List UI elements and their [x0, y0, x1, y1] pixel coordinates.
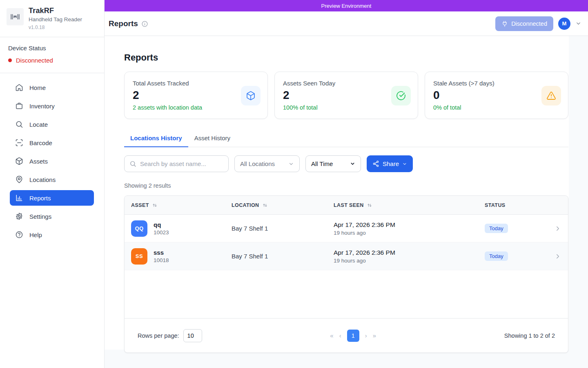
asset-name: qq [154, 221, 169, 228]
device-status-label: Device Status [8, 45, 96, 52]
history-tabs: Locations History Asset History [124, 132, 568, 147]
column-header-location[interactable]: LOCATION [232, 202, 334, 208]
next-page-button[interactable]: › [365, 332, 367, 339]
pagination-summary: Showing 1 to 2 of 2 [504, 332, 555, 339]
asset-avatar: SS [131, 248, 147, 265]
results-table: ASSET LOCATION LAST SEEN STATUS [124, 195, 568, 353]
time-filter-value: All Time [311, 160, 333, 167]
card-total-assets: Total Assets Tracked 2 2 assets with loc… [124, 72, 268, 119]
table-row[interactable]: QQ qq 10023 Bay 7 Shelf 1 Apr 17, 2026 2… [125, 215, 568, 242]
header-title: Reports [109, 19, 138, 28]
sidebar-item-label: Barcode [29, 139, 52, 146]
sidebar-item-label: Inventory [29, 103, 55, 110]
share-icon [372, 160, 379, 167]
card-stale-assets: Stale Assets (>7 days) 0 0% of total [425, 72, 568, 119]
table-row[interactable]: SS sss 10018 Bay 7 Shelf 1 Apr 17, 2026 … [125, 242, 568, 270]
user-avatar[interactable]: M [558, 18, 570, 30]
home-icon [15, 83, 23, 92]
location-filter-dropdown[interactable]: All Locations [234, 155, 300, 172]
sidebar-item-reports[interactable]: Reports [10, 190, 94, 206]
chevron-down-icon [402, 162, 407, 166]
brand-name: TrakRF [29, 7, 82, 15]
sidebar-item-help[interactable]: Help [10, 227, 94, 242]
asset-id: 10018 [154, 257, 169, 263]
current-page-button[interactable]: 1 [347, 330, 359, 342]
sidebar-item-label: Home [29, 84, 46, 91]
chevron-down-icon[interactable] [575, 20, 581, 27]
check-circle-icon [391, 86, 411, 105]
asset-avatar: QQ [131, 220, 147, 237]
chevron-down-icon [350, 161, 355, 166]
rows-per-page-input[interactable] [183, 329, 202, 342]
brand-version: v1.0.18 [29, 25, 82, 30]
card-label: Assets Seen Today [283, 80, 411, 87]
plug-icon [501, 20, 508, 27]
last-page-button[interactable]: » [373, 332, 376, 339]
device-status-value: Disconnected [16, 57, 53, 64]
share-button[interactable]: Share [367, 155, 413, 172]
pagination-bar: Rows per page: « ‹ 1 › » Showing 1 to 2 … [125, 318, 568, 352]
tab-locations-history[interactable]: Locations History [124, 132, 188, 147]
search-input[interactable] [140, 160, 223, 167]
card-subtext: 0% of total [433, 104, 561, 111]
column-header-asset[interactable]: ASSET [131, 202, 232, 208]
sidebar-item-locations[interactable]: Locations [10, 172, 94, 187]
card-label: Total Assets Tracked [133, 80, 261, 87]
locate-icon [15, 120, 23, 128]
search-box [124, 155, 229, 172]
sidebar-item-label: Assets [29, 158, 48, 165]
sidebar-item-settings[interactable]: Settings [10, 209, 94, 224]
last-seen-relative: 19 hours ago [334, 258, 485, 264]
search-icon [129, 160, 136, 167]
status-dot-icon [8, 58, 12, 62]
time-filter-select[interactable]: All Time [305, 155, 361, 172]
top-header: Reports Disconnected M [105, 11, 588, 36]
asset-location: Bay 7 Shelf 1 [232, 253, 334, 260]
column-header-status: STATUS [485, 202, 539, 208]
chevron-right-icon[interactable] [554, 253, 561, 260]
last-seen-timestamp: Apr 17, 2026 2:36 PM [334, 221, 485, 229]
asset-location: Bay 7 Shelf 1 [232, 225, 334, 232]
filter-toolbar: All Locations All Time Share [124, 155, 568, 172]
sidebar-item-barcode[interactable]: Barcode [10, 135, 94, 150]
table-empty-space [125, 270, 568, 318]
help-icon [15, 231, 23, 239]
warning-icon [541, 86, 561, 105]
chevron-right-icon[interactable] [554, 225, 561, 232]
sidebar-item-label: Settings [29, 213, 51, 220]
last-seen-timestamp: Apr 17, 2026 2:36 PM [334, 249, 485, 256]
card-label: Stale Assets (>7 days) [433, 80, 561, 87]
stat-cards: Total Assets Tracked 2 2 assets with loc… [124, 72, 568, 119]
sidebar-item-label: Help [29, 231, 42, 238]
card-subtext: 100% of total [283, 104, 411, 111]
first-page-button[interactable]: « [330, 332, 333, 339]
box-icon [241, 86, 261, 105]
sidebar-item-assets[interactable]: Assets [10, 153, 94, 169]
inventory-icon [15, 102, 23, 110]
banner-text: Preview Environment [321, 3, 372, 9]
last-seen-relative: 19 hours ago [334, 230, 485, 236]
sidebar-item-inventory[interactable]: Inventory [10, 98, 94, 114]
info-icon[interactable] [141, 20, 148, 27]
asset-name: sss [154, 249, 169, 256]
barcode-icon [15, 139, 23, 147]
main-content: Reports Total Assets Tracked 2 2 assets … [105, 36, 588, 368]
brand-header: TrakRF Handheld Tag Reader v1.0.18 [0, 0, 104, 37]
column-header-last-seen[interactable]: LAST SEEN [334, 202, 485, 208]
chevron-down-icon [288, 161, 294, 167]
tab-asset-history[interactable]: Asset History [188, 132, 236, 147]
sidebar-nav: Home Inventory Locate Barcode Assets Loc… [0, 73, 104, 252]
table-header-row: ASSET LOCATION LAST SEEN STATUS [125, 196, 568, 215]
prev-page-button[interactable]: ‹ [339, 332, 341, 339]
card-subtext: 2 assets with location data [133, 104, 261, 111]
sidebar-item-locate[interactable]: Locate [10, 117, 94, 132]
share-label: Share [383, 160, 399, 167]
settings-icon [15, 212, 23, 220]
reports-icon [15, 194, 23, 202]
sidebar-item-home[interactable]: Home [10, 80, 94, 95]
connection-status-label: Disconnected [511, 20, 547, 27]
asset-id: 10023 [154, 229, 169, 236]
connection-status-button[interactable]: Disconnected [495, 16, 553, 31]
sort-icon [152, 202, 158, 208]
results-summary: Showing 2 results [124, 182, 568, 189]
